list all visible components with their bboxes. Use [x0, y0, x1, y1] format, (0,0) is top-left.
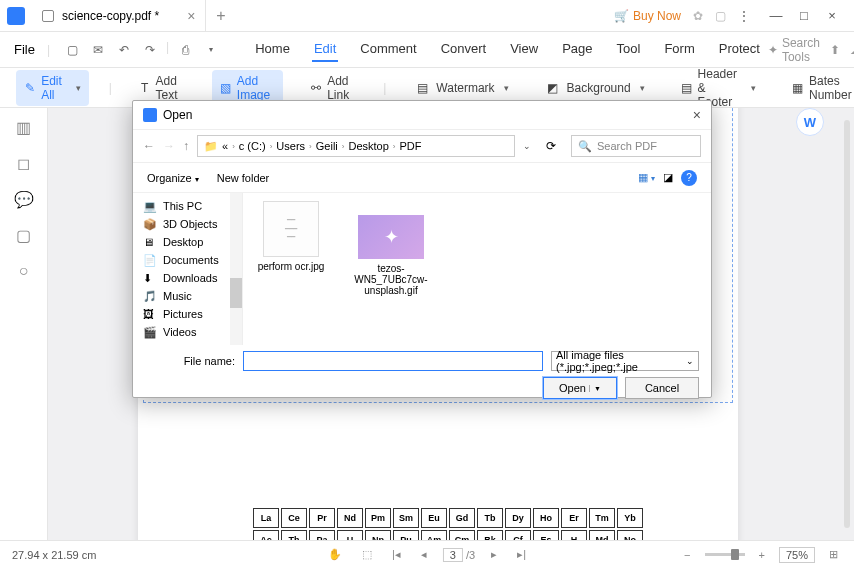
- redo-icon[interactable]: ↷: [140, 40, 160, 60]
- next-page-icon[interactable]: ▸: [487, 548, 501, 561]
- breadcrumb-segment[interactable]: «: [222, 140, 228, 152]
- open-button[interactable]: Open ▼: [543, 377, 617, 399]
- vertical-scrollbar[interactable]: [844, 120, 850, 528]
- breadcrumb-segment[interactable]: PDF: [399, 140, 421, 152]
- thumbnails-icon[interactable]: ▥: [13, 116, 35, 138]
- hand-tool-icon[interactable]: ✋: [324, 548, 346, 561]
- folder-icon: 📁: [204, 140, 218, 153]
- tab-protect[interactable]: Protect: [717, 37, 762, 62]
- search-tools[interactable]: ✦ Search Tools: [768, 36, 820, 64]
- tab-form[interactable]: Form: [662, 37, 696, 62]
- tab-convert[interactable]: Convert: [439, 37, 489, 62]
- dialog-search[interactable]: 🔍 Search PDF: [571, 135, 701, 157]
- tree-item[interactable]: 🎬Videos: [133, 323, 242, 341]
- prev-page-icon[interactable]: ◂: [417, 548, 431, 561]
- close-button[interactable]: ×: [818, 0, 846, 32]
- cancel-button[interactable]: Cancel: [625, 377, 699, 399]
- comment-icon[interactable]: 💬: [13, 188, 35, 210]
- word-export-badge[interactable]: W: [796, 108, 824, 136]
- cloud-icon[interactable]: ☁: [850, 43, 854, 57]
- save-icon[interactable]: ▢: [62, 40, 82, 60]
- minimize-button[interactable]: —: [762, 0, 790, 32]
- view-mode-icon[interactable]: ▦ ▾: [638, 171, 655, 184]
- folder-type-icon: 📦: [143, 218, 157, 230]
- page-indicator[interactable]: 3 /3: [443, 549, 475, 561]
- tab-page[interactable]: Page: [560, 37, 594, 62]
- file-item[interactable]: ✦tezos-WN5_7UBc7cw-unsplash.gif: [351, 201, 431, 296]
- tree-item[interactable]: 📄Documents: [133, 251, 242, 269]
- print-icon[interactable]: ⎙: [175, 40, 195, 60]
- zoom-value[interactable]: 75%: [779, 547, 815, 563]
- tree-item[interactable]: ⬇Downloads: [133, 269, 242, 287]
- refresh-icon[interactable]: ⟳: [539, 139, 563, 153]
- background-button[interactable]: ◩ Background: [537, 76, 653, 100]
- element-cell: H: [561, 530, 587, 540]
- close-tab-icon[interactable]: ×: [187, 8, 195, 24]
- file-item[interactable]: ━━━━━━━perform ocr.jpg: [251, 201, 331, 272]
- back-icon[interactable]: ←: [143, 139, 155, 153]
- search-icon[interactable]: ○: [13, 260, 35, 282]
- breadcrumb-segment[interactable]: c (C:): [239, 140, 266, 152]
- organize-menu[interactable]: Organize ▾: [147, 172, 199, 184]
- gift-icon[interactable]: ✿: [693, 9, 703, 23]
- element-cell: Sm: [393, 508, 419, 528]
- tab-tool[interactable]: Tool: [615, 37, 643, 62]
- element-cell: Pa: [309, 530, 335, 540]
- help-icon[interactable]: ?: [681, 170, 697, 186]
- element-cell: Ce: [281, 508, 307, 528]
- tree-item[interactable]: 🖥Desktop: [133, 233, 242, 251]
- breadcrumb-segment[interactable]: Users: [276, 140, 305, 152]
- breadcrumb-segment[interactable]: Geili: [316, 140, 338, 152]
- share-icon[interactable]: ⬆: [830, 43, 840, 57]
- tree-item[interactable]: 🎵Music: [133, 287, 242, 305]
- element-cell: No: [617, 530, 643, 540]
- tab-view[interactable]: View: [508, 37, 540, 62]
- watermark-button[interactable]: ▤ Watermark: [406, 76, 516, 100]
- dialog-close-icon[interactable]: ×: [693, 107, 701, 123]
- chevron-right-icon: ›: [232, 142, 235, 151]
- last-page-icon[interactable]: ▸|: [513, 548, 530, 561]
- buy-now-link[interactable]: 🛒 Buy Now: [614, 9, 681, 23]
- first-page-icon[interactable]: |◂: [388, 548, 405, 561]
- tree-item[interactable]: 🖼Pictures: [133, 305, 242, 323]
- tree-item[interactable]: 💻This PC: [133, 197, 242, 215]
- mail-icon[interactable]: ✉: [88, 40, 108, 60]
- element-cell: Pu: [393, 530, 419, 540]
- path-dropdown-icon[interactable]: ⌄: [523, 141, 531, 151]
- tab-comment[interactable]: Comment: [358, 37, 418, 62]
- filename-label: File name:: [145, 355, 235, 367]
- document-tab[interactable]: science-copy.pdf * ×: [32, 0, 206, 32]
- tree-item[interactable]: 📦3D Objects: [133, 215, 242, 233]
- bates-number-button[interactable]: ▦ Bates Number: [784, 70, 854, 106]
- attachment-icon[interactable]: ▢: [13, 224, 35, 246]
- breadcrumb[interactable]: 📁 «›c (C:)›Users›Geili›Desktop›PDF: [197, 135, 515, 157]
- tree-scrollbar[interactable]: [230, 193, 242, 345]
- chevron-right-icon: ›: [309, 142, 312, 151]
- print-caret-icon[interactable]: ▾: [201, 40, 221, 60]
- select-tool-icon[interactable]: ⬚: [358, 548, 376, 561]
- filename-input[interactable]: [243, 351, 543, 371]
- zoom-slider[interactable]: [705, 553, 745, 556]
- file-name: perform ocr.jpg: [251, 261, 331, 272]
- element-cell: Tb: [477, 508, 503, 528]
- zoom-in-icon[interactable]: +: [755, 549, 769, 561]
- more-icon[interactable]: ⋮: [738, 9, 750, 23]
- tab-home[interactable]: Home: [253, 37, 292, 62]
- file-filter-select[interactable]: All image files (*.jpg;*.jpeg;*.jpe⌄: [551, 351, 699, 371]
- bookmark-icon[interactable]: ◻: [13, 152, 35, 174]
- fit-page-icon[interactable]: ⊞: [825, 548, 842, 561]
- tab-edit[interactable]: Edit: [312, 37, 338, 62]
- edit-all-button[interactable]: ✎ Edit All: [16, 70, 89, 106]
- user-icon[interactable]: ▢: [715, 9, 726, 23]
- new-folder-button[interactable]: New folder: [217, 172, 270, 184]
- zoom-out-icon[interactable]: −: [680, 549, 694, 561]
- element-cell: Pm: [365, 508, 391, 528]
- preview-pane-icon[interactable]: ◪: [663, 171, 673, 184]
- forward-icon[interactable]: →: [163, 139, 175, 153]
- breadcrumb-segment[interactable]: Desktop: [348, 140, 388, 152]
- maximize-button[interactable]: □: [790, 0, 818, 32]
- undo-icon[interactable]: ↶: [114, 40, 134, 60]
- up-icon[interactable]: ↑: [183, 139, 189, 153]
- file-menu[interactable]: File: [8, 42, 41, 57]
- new-tab-button[interactable]: +: [206, 7, 235, 25]
